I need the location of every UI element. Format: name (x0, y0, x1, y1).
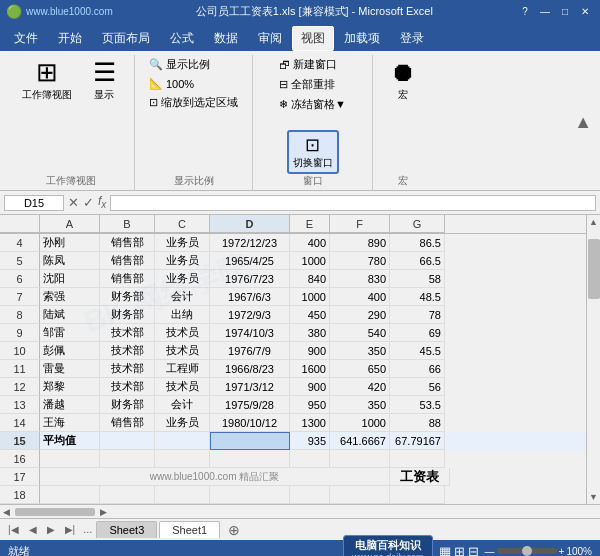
cell-f18[interactable] (330, 486, 390, 504)
cell-d12[interactable]: 1971/3/12 (210, 378, 290, 396)
cell-g15[interactable]: 67.79167 (390, 432, 445, 450)
cell-c5[interactable]: 业务员 (155, 252, 210, 270)
cell-a12[interactable]: 郑黎 (40, 378, 100, 396)
help-button[interactable]: ? (516, 3, 534, 19)
zoom-selection-button[interactable]: ⊡ 缩放到选定区域 (143, 93, 244, 112)
col-header-b[interactable]: B (100, 215, 155, 233)
cell-c16[interactable] (155, 450, 210, 468)
page-break-button[interactable]: ⊟ (468, 544, 479, 557)
sheet-prev-button[interactable]: ◀ (25, 523, 41, 536)
tab-home[interactable]: 开始 (48, 26, 92, 51)
h-scroll-left[interactable]: ◀ (0, 507, 13, 517)
cell-d16[interactable] (210, 450, 290, 468)
arrange-all-button[interactable]: ⊟ 全部重排 (273, 75, 341, 94)
cell-a6[interactable]: 沈阳 (40, 270, 100, 288)
cell-c10[interactable]: 技术员 (155, 342, 210, 360)
cell-b5[interactable]: 销售部 (100, 252, 155, 270)
col-header-g[interactable]: G (390, 215, 445, 233)
cell-c11[interactable]: 工程师 (155, 360, 210, 378)
tab-formula[interactable]: 公式 (160, 26, 204, 51)
zoom-slider[interactable] (497, 548, 557, 554)
cell-c12[interactable]: 技术员 (155, 378, 210, 396)
freeze-panes-button[interactable]: ❄ 冻结窗格▼ (273, 95, 352, 114)
show-button[interactable]: ☰ 显示 (82, 55, 126, 104)
cell-e11[interactable]: 1600 (290, 360, 330, 378)
cell-a14[interactable]: 王海 (40, 414, 100, 432)
cell-a5[interactable]: 陈凤 (40, 252, 100, 270)
cell-g6[interactable]: 58 (390, 270, 445, 288)
zoom-minus[interactable]: — (485, 546, 495, 557)
cell-e4[interactable]: 400 (290, 234, 330, 252)
minimize-button[interactable]: — (536, 3, 554, 19)
cell-b10[interactable]: 技术部 (100, 342, 155, 360)
cell-g4[interactable]: 86.5 (390, 234, 445, 252)
cell-f10[interactable]: 350 (330, 342, 390, 360)
cell-e18[interactable] (290, 486, 330, 504)
cell-c4[interactable]: 业务员 (155, 234, 210, 252)
cell-e5[interactable]: 1000 (290, 252, 330, 270)
restore-button[interactable]: □ (556, 3, 574, 19)
tab-login[interactable]: 登录 (390, 26, 434, 51)
scroll-thumb[interactable] (588, 239, 600, 299)
cell-e15[interactable]: 935 (290, 432, 330, 450)
cell-g8[interactable]: 78 (390, 306, 445, 324)
cell-b14[interactable]: 销售部 (100, 414, 155, 432)
cell-a13[interactable]: 潘越 (40, 396, 100, 414)
100-percent-button[interactable]: 📐 100% (143, 75, 200, 92)
scroll-down-arrow[interactable]: ▼ (587, 490, 600, 504)
cell-d7[interactable]: 1967/6/3 (210, 288, 290, 306)
cell-f13[interactable]: 350 (330, 396, 390, 414)
cell-f12[interactable]: 420 (330, 378, 390, 396)
cell-g12[interactable]: 56 (390, 378, 445, 396)
cell-d5[interactable]: 1965/4/25 (210, 252, 290, 270)
col-header-c[interactable]: C (155, 215, 210, 233)
close-button[interactable]: ✕ (576, 3, 594, 19)
cell-a4[interactable]: 孙刚 (40, 234, 100, 252)
sheet-tab-sheet1[interactable]: Sheet1 (159, 521, 220, 538)
tab-layout[interactable]: 页面布局 (92, 26, 160, 51)
cell-b13[interactable]: 财务部 (100, 396, 155, 414)
new-window-button[interactable]: 🗗 新建窗口 (273, 55, 343, 74)
cell-g9[interactable]: 69 (390, 324, 445, 342)
cell-a9[interactable]: 邹雷 (40, 324, 100, 342)
cell-b6[interactable]: 销售部 (100, 270, 155, 288)
page-layout-button[interactable]: ⊞ (454, 544, 465, 557)
cell-e12[interactable]: 900 (290, 378, 330, 396)
cell-e14[interactable]: 1300 (290, 414, 330, 432)
cell-a11[interactable]: 雷曼 (40, 360, 100, 378)
col-header-a[interactable]: A (40, 215, 100, 233)
ribbon-scroll-button[interactable]: ▲ (574, 112, 592, 133)
cell-d9[interactable]: 1974/10/3 (210, 324, 290, 342)
h-scroll-right[interactable]: ▶ (97, 507, 110, 517)
workbook-view-button[interactable]: ⊞ 工作簿视图 (16, 55, 78, 104)
tab-file[interactable]: 文件 (4, 26, 48, 51)
vertical-scrollbar[interactable]: ▲ ▼ (586, 215, 600, 504)
cell-f11[interactable]: 650 (330, 360, 390, 378)
cell-f5[interactable]: 780 (330, 252, 390, 270)
add-sheet-button[interactable]: ⊕ (222, 520, 246, 540)
cell-e16[interactable] (290, 450, 330, 468)
cell-a18[interactable] (40, 486, 100, 504)
cell-g14[interactable]: 88 (390, 414, 445, 432)
cell-d4[interactable]: 1972/12/23 (210, 234, 290, 252)
cell-d13[interactable]: 1975/9/28 (210, 396, 290, 414)
cell-d6[interactable]: 1976/7/23 (210, 270, 290, 288)
sheet-first-button[interactable]: |◀ (4, 523, 23, 536)
cell-d8[interactable]: 1972/9/3 (210, 306, 290, 324)
cell-a8[interactable]: 陆斌 (40, 306, 100, 324)
cell-a15[interactable]: 平均值 (40, 432, 100, 450)
cell-f6[interactable]: 830 (330, 270, 390, 288)
cell-b18[interactable] (100, 486, 155, 504)
normal-view-button[interactable]: ▦ (439, 544, 451, 557)
cell-g16[interactable] (390, 450, 445, 468)
cell-a16[interactable] (40, 450, 100, 468)
cell-c15[interactable] (155, 432, 210, 450)
cell-c13[interactable]: 会计 (155, 396, 210, 414)
scroll-up-arrow[interactable]: ▲ (587, 215, 600, 229)
cell-f15[interactable]: 641.6667 (330, 432, 390, 450)
cell-f8[interactable]: 290 (330, 306, 390, 324)
sheet-next-button[interactable]: ▶ (43, 523, 59, 536)
cell-g18[interactable] (390, 486, 445, 504)
cell-f9[interactable]: 540 (330, 324, 390, 342)
cell-e10[interactable]: 900 (290, 342, 330, 360)
